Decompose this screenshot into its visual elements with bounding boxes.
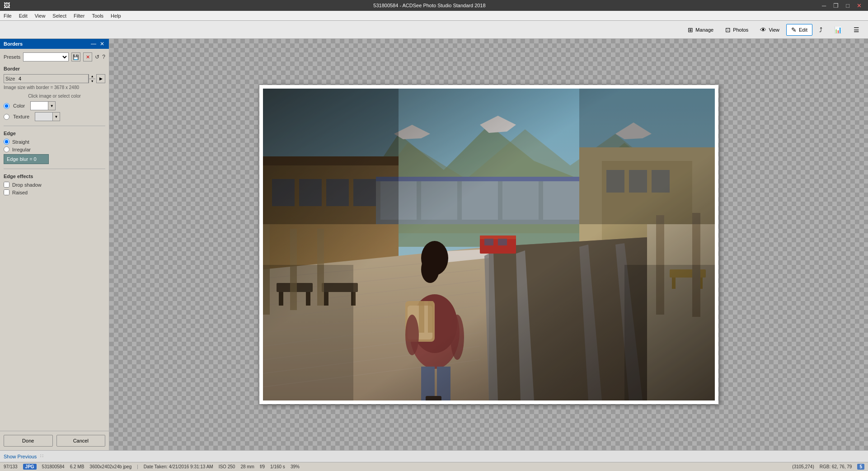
click-hint: Click image or select color bbox=[4, 94, 105, 99]
irregular-row: Irregular bbox=[4, 146, 105, 152]
straight-radio[interactable] bbox=[4, 139, 9, 145]
title-bar: 🖼 531800584 - ACDSee Photo Studio Standa… bbox=[0, 0, 868, 11]
minimize-btn[interactable]: ─ bbox=[819, 1, 829, 10]
menu-file[interactable]: File bbox=[0, 12, 15, 19]
show-previous-label[interactable]: Show Previous bbox=[4, 454, 37, 459]
restore-btn[interactable]: ❐ bbox=[830, 1, 841, 10]
menu-help[interactable]: Help bbox=[107, 12, 125, 19]
zoom-text: 39% bbox=[291, 464, 300, 469]
stats-btn[interactable]: 📊 bbox=[829, 24, 847, 36]
filesize-text: 6.2 MB bbox=[70, 464, 84, 469]
window-title: 531800584 - ACDSee Photo Studio Standard… bbox=[40, 3, 819, 8]
share-btn[interactable]: ⤴ bbox=[814, 24, 827, 36]
done-btn[interactable]: Done bbox=[4, 435, 53, 447]
color-dropdown-btn[interactable]: ▼ bbox=[48, 101, 56, 110]
show-previous-bar: Show Previous ∷ bbox=[0, 450, 868, 462]
edit-btn[interactable]: ✎ Edit bbox=[786, 24, 812, 36]
raised-label[interactable]: Raised bbox=[12, 190, 28, 195]
close-btn[interactable]: ✕ bbox=[854, 1, 864, 10]
straight-row: Straight bbox=[4, 139, 105, 145]
status-bar: 97/133 JPG 531800584 6.2 MB 3600x2402x24… bbox=[0, 462, 868, 471]
badge-5: 5 bbox=[857, 464, 864, 470]
texture-dropdown-btn[interactable]: ▼ bbox=[53, 112, 60, 121]
cancel-btn[interactable]: Cancel bbox=[56, 435, 106, 447]
help-btn[interactable]: ? bbox=[102, 54, 105, 60]
drop-shadow-row: Drop shadow bbox=[4, 182, 105, 188]
menu-tools[interactable]: Tools bbox=[88, 12, 107, 19]
aperture-text: f/9 bbox=[260, 464, 265, 469]
menu-view[interactable]: View bbox=[31, 12, 49, 19]
top-toolbar: ⊞ Manage ⊡ Photos 👁 View ✎ Edit ⤴ 📊 ☰ bbox=[0, 21, 868, 39]
dimensions-text: 3600x2402x24b jpeg bbox=[89, 464, 131, 469]
rgb-text: RGB: 62, 76, 79 bbox=[820, 464, 852, 469]
texture-swatch[interactable] bbox=[35, 112, 53, 121]
grid-icon: ⊞ bbox=[688, 26, 693, 33]
panel-close-btn[interactable]: ✕ bbox=[99, 41, 105, 47]
menu-select[interactable]: Select bbox=[49, 12, 70, 19]
jpg-badge: JPG bbox=[23, 464, 37, 470]
size-go-btn[interactable]: ▶ bbox=[96, 74, 105, 83]
delete-preset-btn[interactable]: ✕ bbox=[83, 52, 92, 61]
photos-btn[interactable]: ⊡ Photos bbox=[720, 24, 753, 36]
edge-effects-label: Edge effects bbox=[4, 174, 105, 179]
svg-rect-76 bbox=[579, 89, 715, 224]
irregular-radio[interactable] bbox=[4, 146, 9, 152]
counter-text: 97/133 bbox=[4, 464, 18, 469]
irregular-label[interactable]: Irregular bbox=[12, 147, 31, 152]
raised-checkbox[interactable] bbox=[4, 189, 9, 195]
panel-header: Borders — ✕ bbox=[0, 39, 109, 49]
edge-blur-display: Edge blur = 0 bbox=[4, 154, 49, 164]
view-btn[interactable]: 👁 View bbox=[755, 24, 784, 36]
presets-row: Presets 💾 ✕ ↺ ? bbox=[4, 52, 105, 61]
menu-filter[interactable]: Filter bbox=[70, 12, 88, 19]
app-icon: 🖼 bbox=[4, 2, 10, 9]
iso-text: ISO 250 bbox=[219, 464, 235, 469]
maximize-btn[interactable]: □ bbox=[843, 1, 852, 10]
border-section: Border ▲ ▼ ▶ Size bbox=[4, 66, 105, 121]
photo-svg bbox=[263, 89, 715, 400]
color-swatch[interactable] bbox=[30, 101, 48, 110]
canvas-area[interactable] bbox=[109, 39, 868, 450]
size-value-input[interactable] bbox=[4, 74, 89, 83]
eye-icon: 👁 bbox=[760, 26, 766, 33]
texture-radio-label[interactable]: Texture bbox=[13, 114, 29, 119]
date-taken-text: Date Taken: 4/21/2016 9:31:13 AM bbox=[144, 464, 213, 469]
color-radio-label[interactable]: Color bbox=[13, 103, 25, 108]
settings-icon: ☰ bbox=[854, 26, 859, 33]
edge-label: Edge bbox=[4, 131, 105, 136]
drop-shadow-label[interactable]: Drop shadow bbox=[12, 182, 42, 188]
panel-title: Borders bbox=[4, 41, 23, 47]
size-spinup-btn[interactable]: ▲ bbox=[89, 74, 95, 79]
texture-row: Texture ▼ bbox=[4, 112, 105, 121]
straight-label[interactable]: Straight bbox=[12, 139, 29, 145]
shutter-text: 1/160 s bbox=[270, 464, 285, 469]
delete-icon: ✕ bbox=[86, 54, 90, 60]
coords-text: (3105,274) bbox=[792, 464, 814, 469]
edge-effects-section: Edge effects Drop shadow Raised bbox=[4, 169, 105, 195]
presets-select[interactable] bbox=[23, 52, 69, 61]
settings-btn[interactable]: ☰ bbox=[849, 24, 864, 36]
svg-rect-77 bbox=[263, 265, 353, 400]
texture-radio[interactable] bbox=[4, 114, 9, 120]
filename-text: 531800584 bbox=[42, 464, 65, 469]
color-radio[interactable] bbox=[4, 103, 9, 109]
border-label: Border bbox=[4, 66, 105, 71]
photo-frame bbox=[259, 85, 718, 404]
color-row: Color ▼ bbox=[4, 101, 105, 110]
manage-btn[interactable]: ⊞ Manage bbox=[683, 24, 718, 36]
photo-image bbox=[263, 89, 715, 400]
panel-content: Presets 💾 ✕ ↺ ? Border bbox=[0, 49, 109, 431]
save-preset-btn[interactable]: 💾 bbox=[71, 52, 80, 61]
stats-icon: 📊 bbox=[834, 26, 842, 33]
edit-label: Edit bbox=[799, 27, 807, 33]
menu-bar: File Edit View Select Filter Tools Help bbox=[0, 11, 868, 21]
panel-pin-btn[interactable]: — bbox=[90, 41, 97, 47]
menu-edit[interactable]: Edit bbox=[15, 12, 31, 19]
borders-panel: Borders — ✕ Presets 💾 ✕ ↺ ? bbox=[0, 39, 109, 450]
show-previous-handle: ∷ bbox=[40, 453, 44, 459]
svg-rect-75 bbox=[263, 89, 399, 224]
refresh-panel-btn[interactable]: ↺ bbox=[95, 54, 99, 60]
size-spindown-btn[interactable]: ▼ bbox=[89, 79, 95, 84]
drop-shadow-checkbox[interactable] bbox=[4, 182, 9, 188]
svg-rect-78 bbox=[624, 265, 715, 400]
